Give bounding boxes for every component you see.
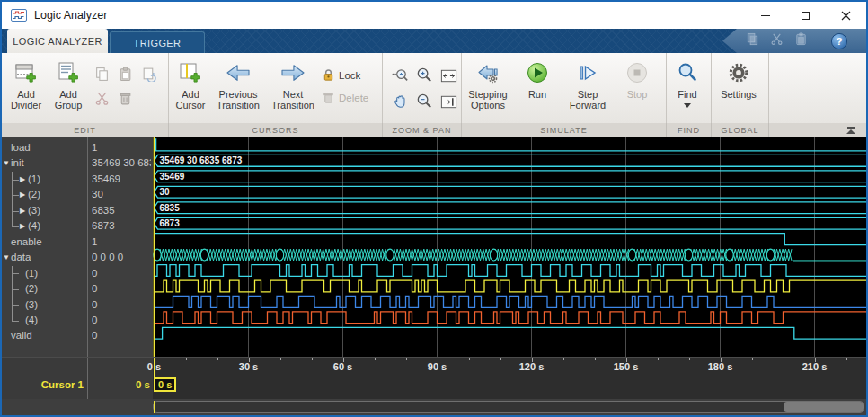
quick-access-toolbar: ?	[722, 29, 866, 53]
toolbar-section-strip: EDIT CURSORS ZOOM & PAN SIMULATE FIND GL…	[2, 123, 866, 137]
paste-special-button[interactable]	[137, 62, 160, 86]
next-transition-button[interactable]: Next Transition	[264, 53, 322, 111]
waveform-busx-data	[155, 249, 867, 261]
cursor-row: Cursor 1 0 s 0 s	[2, 375, 866, 399]
find-button[interactable]: Find	[667, 53, 708, 108]
signal-row-4[interactable]: (4)0	[2, 313, 153, 328]
scrollbar-track[interactable]	[153, 401, 864, 413]
axis-tick	[752, 358, 753, 360]
add-divider-button[interactable]: Add Divider	[5, 53, 47, 111]
find-dropdown-caret	[684, 103, 691, 108]
run-button[interactable]: Run	[514, 53, 561, 100]
cut-button[interactable]	[90, 86, 113, 111]
title-bar: Logic Analyzer	[2, 2, 866, 29]
delete-cursor-button[interactable]: Delete	[322, 86, 379, 109]
signal-name: enable	[11, 235, 42, 250]
axis-tick	[186, 358, 187, 360]
zoom-in-button[interactable]	[412, 63, 437, 89]
cursor-marker-box[interactable]: 0 s	[154, 377, 176, 392]
step-forward-button[interactable]: Step Forward	[561, 53, 615, 111]
minimize-button[interactable]	[745, 2, 785, 29]
axis-tick	[375, 358, 376, 360]
signal-name: (3)	[25, 297, 38, 313]
tab-logic-analyzer[interactable]: LOGIC ANALYZER	[7, 29, 108, 53]
time-axis[interactable]: 0 s30 s60 s90 s120 s150 s180 s210 s	[2, 357, 866, 375]
add-group-button[interactable]: Add Group	[47, 53, 90, 111]
signal-name: (1)	[28, 172, 40, 187]
signal-name: (4)	[25, 313, 38, 328]
qa-cut-icon[interactable]	[770, 32, 784, 49]
expander-icon[interactable]: ▼	[3, 155, 10, 171]
signal-name: (2)	[28, 187, 40, 202]
axis-tick	[689, 358, 690, 360]
signal-value: 6873	[92, 218, 151, 234]
waveform-panel: load1▼init35469 30 6835 6873▶(1)35469▶(2…	[2, 137, 866, 357]
previous-transition-button[interactable]: Previous Transition	[212, 53, 264, 111]
tab-trigger[interactable]: TRIGGER	[110, 31, 205, 53]
stop-button[interactable]: Stop	[615, 53, 660, 100]
zoom-to-cursor-icon	[439, 93, 458, 111]
help-button[interactable]: ?	[830, 32, 848, 50]
svg-text:6873: 6873	[160, 218, 181, 228]
axis-tick	[595, 358, 596, 360]
waveform-load	[155, 139, 867, 151]
waveform-bus-init	[155, 155, 867, 166]
trash-icon	[322, 91, 335, 104]
signal-value: 6835	[92, 203, 151, 218]
signal-row-4[interactable]: ▶(4)6873	[2, 218, 153, 234]
delete-button[interactable]	[113, 86, 137, 111]
help-icon: ?	[836, 36, 842, 47]
expander-icon[interactable]: ▼	[3, 250, 10, 265]
toolbar-group-simulate: Stepping Options Run Step Forward	[462, 53, 667, 123]
signal-row-data[interactable]: ▼data0 0 0 0	[2, 250, 153, 265]
paste-button[interactable]	[113, 62, 137, 86]
scrollbar-thumb[interactable]	[784, 402, 864, 412]
zoom-in-time-button[interactable]	[388, 63, 412, 89]
signal-name: valid	[11, 328, 32, 343]
signal-row-3[interactable]: (3)0	[2, 297, 153, 313]
bus-expander-icon[interactable]: ▶	[20, 172, 25, 187]
waveform-(4)	[155, 312, 867, 324]
signal-name: load	[11, 140, 31, 155]
signal-row-2[interactable]: (2)0	[2, 281, 153, 297]
axis-tick	[469, 358, 470, 360]
close-button[interactable]	[826, 2, 866, 29]
zoom-to-cursor-button[interactable]	[437, 89, 461, 115]
scrollbar-row	[2, 399, 866, 415]
signal-row-enable[interactable]: enable1	[2, 235, 153, 250]
zoom-in-time-icon	[391, 67, 410, 85]
bus-expander-icon[interactable]: ▶	[20, 187, 25, 202]
signal-name: (4)	[28, 218, 40, 234]
lock-button[interactable]: Lock	[322, 64, 379, 86]
copy-button[interactable]	[90, 62, 113, 86]
signal-row-2[interactable]: ▶(2)30	[2, 187, 153, 202]
qa-copy-icon[interactable]	[746, 32, 759, 49]
add-cursor-icon	[179, 59, 202, 86]
signal-value: 0	[92, 281, 151, 297]
signal-row-1[interactable]: (1)0	[2, 266, 153, 281]
qa-paste-icon[interactable]	[794, 32, 808, 49]
pan-button[interactable]	[388, 89, 412, 115]
signal-name: data	[11, 250, 31, 265]
signal-row-3[interactable]: ▶(3)6835	[2, 203, 153, 218]
axis-tick	[312, 358, 313, 360]
waveform-display[interactable]: 35469 30 6835 6873354693068356873	[153, 137, 866, 357]
add-cursor-button[interactable]: Add Cursor	[169, 53, 212, 111]
zoom-out-button[interactable]	[412, 89, 437, 115]
bus-expander-icon[interactable]: ▶	[20, 203, 25, 218]
signal-row-1[interactable]: ▶(1)35469	[2, 172, 153, 187]
waveform-(3)	[155, 297, 867, 308]
collapse-toolstrip-button[interactable]	[845, 125, 857, 135]
trash-icon	[118, 91, 133, 106]
signal-row-load[interactable]: load1	[2, 140, 153, 155]
maximize-button[interactable]	[785, 2, 826, 29]
signal-value: 35469	[92, 172, 151, 187]
signal-row-valid[interactable]: valid0	[2, 328, 153, 343]
signal-row-init[interactable]: ▼init35469 30 6835 6873	[2, 155, 153, 171]
maximize-icon	[802, 12, 810, 20]
bus-expander-icon[interactable]: ▶	[20, 218, 25, 234]
fit-to-view-button[interactable]	[437, 63, 461, 89]
stepping-options-button[interactable]: Stepping Options	[462, 53, 514, 111]
settings-button[interactable]: Settings	[712, 53, 766, 100]
axis-tick	[784, 358, 784, 360]
